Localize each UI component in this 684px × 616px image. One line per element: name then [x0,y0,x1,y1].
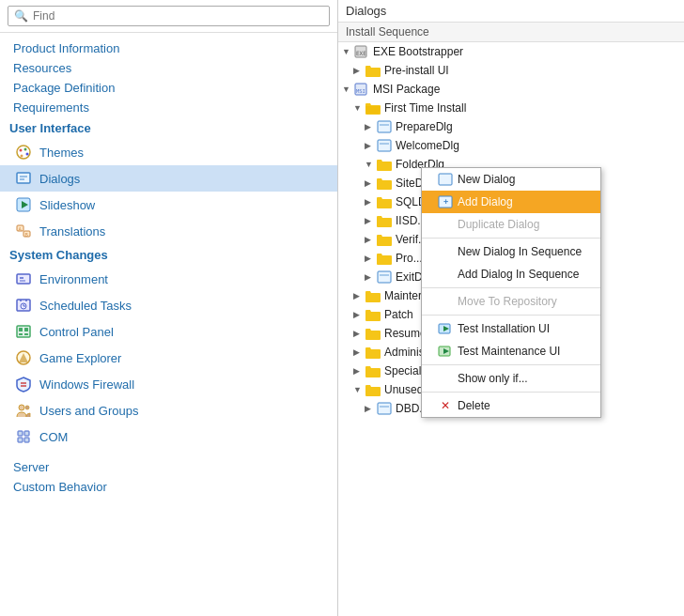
svg-rect-26 [19,333,23,335]
test-install-icon [437,322,454,335]
expand-arrow: ▶ [353,291,365,300]
ctx-new-dialog-in-sequence[interactable]: New Dialog In Sequence [422,240,600,263]
dialog-node-icon [376,119,393,134]
section-header-system-changes[interactable]: System Changes [0,244,337,266]
ctx-duplicate-dialog: Duplicate Dialog [422,213,600,236]
svg-rect-27 [24,333,28,335]
svg-text:EXE: EXE [356,50,366,56]
dialog-node-icon [376,270,393,285]
folder-open-icon [376,213,393,228]
svg-rect-42 [378,121,391,132]
folder-open-icon [376,176,393,191]
dialogs-header: Dialogs [338,0,684,23]
svg-rect-50 [439,174,452,185]
expand-arrow: ▶ [353,329,365,338]
search-input[interactable] [33,9,323,23]
svg-rect-24 [19,328,23,331]
delete-icon: ✕ [437,399,454,412]
ctx-separator-5 [422,392,600,393]
folder-icon [365,345,381,360]
add-dialog-icon: + [437,195,454,208]
tree-label: WelcomeDlg [396,139,459,152]
nav-item-environment[interactable]: Environment [0,266,337,292]
nav-item-scheduled-tasks[interactable]: Scheduled Tasks [0,292,337,318]
nav-item-themes[interactable]: Themes [0,139,337,165]
tree-item-first-time-install[interactable]: ▼ First Time Install [338,99,684,117]
folder-open-icon [376,251,393,266]
nav-item-product-information[interactable]: Product Information [0,38,337,58]
svg-point-2 [24,148,27,151]
nav-item-com[interactable]: COM [0,424,337,450]
msi-icon: MSI [353,82,370,97]
search-bar: 🔍 [0,0,337,33]
tree-label: PrepareDlg [396,120,453,133]
dialog-node-icon [376,138,393,153]
palette-icon [13,142,34,162]
folder-open-icon [376,194,393,209]
svg-rect-23 [17,326,30,337]
tree-label: EXE Bootstrapper [373,45,463,58]
search-input-wrapper[interactable]: 🔍 [8,6,330,26]
section-header-user-interface[interactable]: User Interface [0,117,337,139]
nav-item-requirements[interactable]: Requirements [0,98,337,117]
nav-item-server[interactable]: Server [0,457,337,477]
svg-rect-48 [378,403,391,414]
svg-rect-5 [17,173,30,183]
tree-item-welcome-dlg[interactable]: ▶ WelcomeDlg [338,136,684,155]
svg-text:MSI: MSI [356,88,365,94]
ctx-show-only-if[interactable]: Show only if... [422,367,600,390]
test-maintenance-icon [437,345,454,358]
ctx-new-dialog[interactable]: New Dialog [422,168,600,191]
panel-icon [13,321,34,342]
nav-item-slideshow[interactable]: Slideshow [0,192,337,218]
expand-arrow: ▶ [365,272,376,282]
svg-rect-25 [24,328,28,331]
svg-point-4 [21,155,23,158]
expand-arrow: ▶ [353,347,365,357]
ctx-test-maintenance-ui[interactable]: Test Maintenance UI [422,340,600,362]
expand-arrow: ▶ [365,235,376,244]
tree-item-prepare-dlg[interactable]: ▶ PrepareDlg [338,117,684,136]
nav-item-users-groups[interactable]: Users and Groups [0,397,337,424]
nav-item-dialogs[interactable]: Dialogs [0,165,337,192]
ctx-test-installation-ui[interactable]: Test Installation UI [422,317,600,340]
tree-item-msi-package[interactable]: ▼ MSI MSI Package [338,80,684,99]
install-sequence-header: Install Sequence [338,23,684,42]
tree-item-pre-install-ui[interactable]: ▶ Pre-install UI [338,61,684,80]
expand-arrow: ▶ [365,404,376,413]
nav-item-windows-firewall[interactable]: Windows Firewall [0,371,337,397]
nav-item-control-panel[interactable]: Control Panel [0,318,337,345]
svg-point-0 [17,146,30,159]
svg-point-3 [26,153,29,156]
svg-text:+: + [443,197,448,207]
ctx-separator-3 [422,315,600,316]
tree-item-exe-bootstrapper[interactable]: ▼ EXE EXE Bootstrapper [338,42,684,61]
right-panel: Dialogs Install Sequence ▼ EXE EXE Boots… [338,0,684,616]
game-icon [13,347,34,368]
folder-open-icon [365,382,381,397]
ctx-add-dialog[interactable]: + Add Dialog [422,191,600,213]
nav-item-resources[interactable]: Resources [0,58,337,78]
svg-point-33 [25,406,29,409]
expand-arrow: ▼ [342,85,353,94]
ctx-separator-2 [422,287,600,288]
ctx-delete[interactable]: ✕ Delete [422,394,600,417]
tree-label: Pre-install UI [384,64,449,77]
nav-item-game-explorer[interactable]: Game Explorer [0,345,337,371]
expand-arrow: ▶ [353,310,365,319]
expand-arrow: ▶ [365,178,376,188]
com-icon [13,426,34,447]
tree-label: MSI Package [373,83,440,96]
firewall-icon [13,374,34,394]
ctx-separator-4 [422,364,600,365]
folder-open-icon [376,157,393,172]
nav-item-custom-behavior[interactable]: Custom Behavior [0,477,337,497]
ctx-add-dialog-in-sequence[interactable]: Add Dialog In Sequence [422,263,600,285]
nav-item-translations[interactable]: AB Translations [0,218,337,244]
nav-item-package-definition[interactable]: Package Definition [0,78,337,98]
expand-arrow: ▶ [365,216,376,225]
expand-arrow: ▶ [365,141,376,150]
tree-label: First Time Install [384,101,466,115]
folder-open-icon [365,100,381,116]
env-icon [13,269,34,289]
